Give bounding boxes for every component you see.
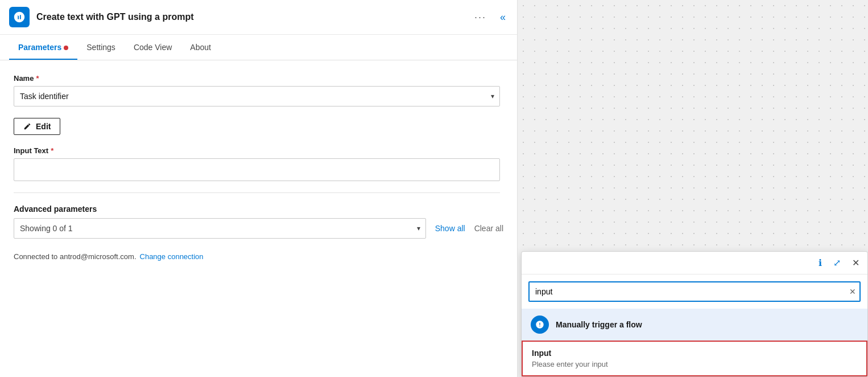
input-text-field-group: Input Text * — [14, 146, 503, 181]
tab-parameters[interactable]: Parameters — [9, 35, 77, 60]
clear-all-button[interactable]: Clear all — [474, 224, 503, 233]
change-connection-link[interactable]: Change connection — [140, 252, 204, 261]
popup-close-button[interactable]: ✕ — [851, 256, 861, 269]
connection-row: Connected to antrod@microsoft.com. Chang… — [14, 252, 503, 261]
trigger-icon — [531, 315, 549, 334]
panel-content: Name * Task identifier ▾ Edit Input Text… — [0, 60, 517, 377]
header-actions: ··· « — [470, 9, 508, 26]
tabs-row: Parameters Settings Code View About — [0, 35, 517, 60]
input-text-required-star: * — [51, 146, 53, 155]
popup-expand-button[interactable]: ⤢ — [832, 256, 842, 269]
advanced-section: Advanced parameters Showing 0 of 1 ▾ Sho… — [14, 204, 503, 239]
name-select-wrapper: Task identifier ▾ — [14, 86, 500, 106]
name-field-group: Name * Task identifier ▾ — [14, 74, 503, 106]
edit-icon — [23, 122, 31, 130]
popup-info-button[interactable]: ℹ — [817, 256, 823, 269]
popup-toolbar: ℹ ⤢ ✕ — [522, 252, 867, 274]
advanced-select-wrapper: Showing 0 of 1 ▾ — [14, 218, 426, 239]
tab-code-view[interactable]: Code View — [125, 35, 181, 60]
tab-settings[interactable]: Settings — [77, 35, 125, 60]
result-item-subtitle: Please enter your input — [532, 360, 857, 368]
more-options-button[interactable]: ··· — [470, 9, 491, 26]
edit-button[interactable]: Edit — [14, 118, 60, 135]
result-item-title: Input — [532, 349, 857, 358]
right-panel: ℹ ⤢ ✕ ✕ Manually trigger a flow — [518, 0, 868, 377]
parameters-dot — [64, 46, 68, 50]
advanced-select[interactable]: Showing 0 of 1 — [14, 218, 426, 239]
name-required-star: * — [36, 74, 39, 83]
name-select[interactable]: Task identifier — [14, 86, 500, 106]
search-input[interactable] — [528, 281, 861, 302]
search-row: ✕ — [522, 274, 867, 309]
panel-header: Create text with GPT using a prompt ··· … — [0, 0, 517, 35]
panel-title: Create text with GPT using a prompt — [36, 12, 463, 22]
collapse-button[interactable]: « — [498, 9, 508, 26]
advanced-label: Advanced parameters — [14, 204, 503, 214]
result-item[interactable]: Input Please enter your input — [522, 341, 867, 376]
left-panel: Create text with GPT using a prompt ··· … — [0, 0, 518, 377]
input-text-input[interactable] — [14, 158, 500, 181]
input-text-label: Input Text * — [14, 146, 503, 155]
divider — [14, 192, 500, 193]
show-all-button[interactable]: Show all — [433, 224, 468, 233]
search-clear-button[interactable]: ✕ — [849, 287, 856, 296]
advanced-row: Showing 0 of 1 ▾ Show all Clear all — [14, 218, 503, 239]
tab-about[interactable]: About — [181, 35, 220, 60]
popup-container: ℹ ⤢ ✕ ✕ Manually trigger a flow — [521, 251, 868, 377]
search-input-wrapper: ✕ — [528, 281, 861, 302]
app-icon — [9, 7, 30, 27]
trigger-label: Manually trigger a flow — [556, 320, 642, 329]
connection-text: Connected to antrod@microsoft.com. — [14, 252, 137, 261]
name-label: Name * — [14, 74, 503, 83]
trigger-item[interactable]: Manually trigger a flow — [522, 309, 867, 341]
